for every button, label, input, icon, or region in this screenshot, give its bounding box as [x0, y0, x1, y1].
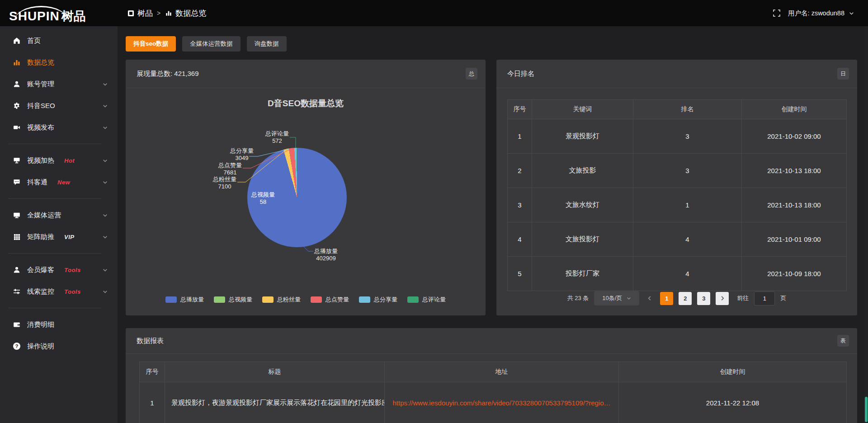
ranking-panel: 今日排名 日 序号 关键词 排名 创建时间 1 景观投影灯 — [496, 60, 857, 315]
gear-icon — [13, 102, 21, 109]
sidebar-item-clue-monitor[interactable]: 线索监控 Tools — [0, 281, 118, 302]
legend-item[interactable]: 总播放量 — [165, 296, 204, 304]
day-badge-button[interactable]: 日 — [837, 68, 849, 80]
chevron-down-icon — [103, 180, 108, 185]
chat-icon — [13, 179, 21, 186]
tools-badge: Tools — [64, 267, 81, 273]
bar-chart-icon — [13, 59, 21, 66]
tab-inquiry[interactable]: 询盘数据 — [247, 36, 287, 52]
ranking-table: 序号 关键词 排名 创建时间 1 景观投影灯 3 2021-10-02 09:0… — [507, 99, 847, 291]
sidebar-item-home[interactable]: 首页 — [0, 30, 118, 52]
app-window: SHUPIN 树品 树品 > 数据总览 用户名: zsw — [0, 0, 868, 423]
page-button-1[interactable]: 1 — [660, 292, 673, 305]
home-icon — [13, 37, 21, 44]
tab-douyin-seo[interactable]: 抖音seo数据 — [126, 36, 176, 52]
next-page-button[interactable] — [716, 292, 729, 305]
total-badge-button[interactable]: 总 — [466, 68, 477, 80]
sliders-icon — [13, 288, 21, 295]
table-row: 3 文旅水纹灯 1 2021-10-13 18:00 — [508, 188, 847, 222]
sidebar-item-media-operation[interactable]: 全媒体运营 — [0, 204, 118, 226]
sidebar-item-matrix-boost[interactable]: 矩阵助推 VIP — [0, 226, 118, 248]
chevron-down-icon — [103, 235, 108, 240]
legend-swatch — [214, 296, 225, 303]
legend-item[interactable]: 总分享量 — [359, 296, 397, 304]
chevron-down-icon — [103, 213, 108, 218]
page-size-select[interactable]: 10条/页 — [594, 291, 639, 306]
table-row: 1 景观投影灯，夜游景观投影灯厂家展示展示落花灯在花园里的灯光投影应用效果 # … — [140, 382, 847, 423]
legend-item[interactable]: 总点赞量 — [311, 296, 349, 304]
app-square-icon — [127, 10, 135, 17]
report-title: 数据报表 — [137, 337, 164, 345]
sidebar-item-data-overview[interactable]: 数据总览 — [0, 52, 118, 73]
ranking-title: 今日排名 — [507, 70, 534, 78]
sidebar: 首页 数据总览 账号管理 抖音SEO 视频发布 视频加热 Hot — [0, 26, 118, 423]
breadcrumb-separator: > — [157, 9, 160, 17]
chevron-down-icon — [847, 11, 855, 16]
legend-swatch — [359, 296, 370, 303]
hot-badge: Hot — [64, 157, 75, 164]
table-row: 1 景观投影灯 3 2021-10-02 09:00 — [508, 119, 847, 154]
pie-chart-title: D音SEO数据量总览 — [126, 98, 486, 109]
table-header-row: 序号 关键词 排名 创建时间 — [508, 100, 847, 119]
goto-page-input[interactable]: 1 — [754, 291, 775, 306]
user-menu[interactable]: 用户名: zswodun88 — [788, 9, 855, 18]
chevron-down-icon — [103, 268, 108, 273]
header-right: 用户名: zswodun88 — [773, 9, 868, 18]
video-title-cell: 景观投影灯，夜游景观投影灯厂家展示展示落花灯在花园里的灯光投影应用效果 # — [165, 382, 385, 423]
page-button-2[interactable]: 2 — [679, 292, 692, 305]
page-button-3[interactable]: 3 — [697, 292, 710, 305]
legend-item[interactable]: 总粉丝量 — [262, 296, 301, 304]
sidebar-divider — [8, 144, 101, 144]
sidebar-item-douyin-seo[interactable]: 抖音SEO — [0, 95, 118, 117]
table-row: 5 投影灯厂家 4 2021-10-09 18:00 — [508, 257, 847, 291]
sidebar-item-member-burst[interactable]: 会员爆客 Tools — [0, 259, 118, 281]
report-panel: 数据报表 表 序号 标题 地址 创建时间 1 景观投影灯，夜游景观投影灯厂 — [126, 328, 857, 423]
legend-item[interactable]: 总视频量 — [214, 296, 252, 304]
sidebar-item-consumption[interactable]: 消费明细 — [0, 314, 118, 335]
wallet-icon — [13, 321, 21, 328]
overview-panel-header: 展现量总数: 421,369 总 — [126, 60, 486, 88]
pie-label-share: 总分享量3049 — [224, 147, 260, 162]
question-icon: ? — [13, 343, 21, 350]
pie-label-fans: 总粉丝量7100 — [207, 176, 243, 190]
sidebar-divider — [8, 253, 101, 254]
sidebar-divider — [8, 308, 101, 308]
chevron-down-icon — [103, 158, 108, 163]
table-header-row: 序号 标题 地址 创建时间 — [140, 362, 847, 382]
sidebar-item-video-heat[interactable]: 视频加热 Hot — [0, 150, 118, 171]
breadcrumb-current[interactable]: 数据总览 — [165, 8, 206, 19]
goto-suffix: 页 — [780, 294, 786, 302]
sidebar-item-instructions[interactable]: ? 操作说明 — [0, 335, 118, 357]
tab-media-operation[interactable]: 全媒体运营数据 — [182, 36, 241, 52]
sidebar-item-account[interactable]: 账号管理 — [0, 73, 118, 95]
logo-arc — [14, 6, 68, 21]
video-url-link[interactable]: https://www.iesdouyin.com/share/video/70… — [393, 399, 611, 407]
breadcrumb: 树品 > 数据总览 — [127, 8, 206, 19]
fullscreen-icon[interactable] — [773, 9, 781, 17]
scrollbar-thumb[interactable] — [865, 397, 868, 422]
legend-item[interactable]: 总评论量 — [407, 296, 446, 304]
logo: SHUPIN 树品 — [0, 4, 118, 23]
table-row: 2 文旅投影 3 2021-10-13 18:00 — [508, 154, 847, 188]
page-scrollbar[interactable] — [864, 26, 868, 423]
person-icon — [13, 266, 21, 273]
pie-label-like: 总点赞量7681 — [212, 162, 248, 176]
breadcrumb-root[interactable]: 树品 — [127, 8, 153, 19]
table-badge-button[interactable]: 表 — [837, 335, 849, 347]
data-tabs: 抖音seo数据 全媒体运营数据 询盘数据 — [126, 36, 287, 52]
prev-page-button[interactable] — [645, 296, 655, 301]
video-camera-icon — [13, 124, 21, 131]
goto-label: 前往 — [737, 294, 749, 302]
top-header: SHUPIN 树品 树品 > 数据总览 用户名: zsw — [0, 0, 868, 26]
ranking-panel-header: 今日排名 日 — [496, 60, 857, 88]
chevron-down-icon — [103, 125, 108, 130]
report-panel-header: 数据报表 表 — [126, 328, 857, 354]
heat-display-icon — [13, 157, 21, 164]
sidebar-divider — [8, 198, 101, 199]
monitor-icon — [13, 212, 21, 219]
chevron-down-icon — [627, 296, 631, 301]
sidebar-item-video-publish[interactable]: 视频发布 — [0, 117, 118, 138]
sidebar-item-douketong[interactable]: 抖客通 New — [0, 171, 118, 193]
main-content: 抖音seo数据 全媒体运营数据 询盘数据 展现量总数: 421,369 总 D音… — [118, 26, 868, 423]
user-icon — [13, 80, 21, 88]
